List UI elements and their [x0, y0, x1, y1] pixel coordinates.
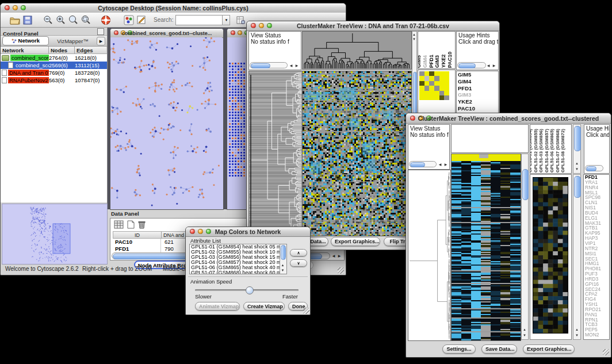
network-view1-canvas[interactable] — [110, 37, 222, 209]
scroll-down-icon[interactable]: ▼ — [574, 332, 580, 338]
column-dendrogram[interactable] — [302, 31, 412, 70]
gene-label[interactable]: GIM3 — [457, 91, 498, 98]
trash-icon[interactable] — [138, 220, 146, 231]
column-dendrogram-panel[interactable] — [451, 124, 529, 153]
scroll-down-icon[interactable]: ▼ — [412, 36, 416, 42]
column-label[interactable]: YKE2 — [441, 54, 446, 68]
move-down-button[interactable]: ∨ — [290, 259, 307, 267]
gene-label[interactable]: PAC10 — [457, 105, 498, 112]
export-graphics-button[interactable]: Export Graphics... — [523, 344, 575, 354]
move-up-button[interactable]: ∧ — [290, 249, 307, 256]
attribute-item[interactable]: GPL51-07 (GSM868) heat shock 60 min — [190, 270, 286, 274]
map-colors-title-bar[interactable]: Map Colors to Network — [186, 227, 310, 237]
matrix-cell — [419, 95, 424, 100]
animation-speed-slider[interactable] — [195, 289, 299, 291]
network-tree-row[interactable]: RNAPuberNov2+ 563(0) 107847(0) — [1, 76, 107, 84]
help-lifering-icon[interactable] — [100, 14, 112, 26]
column-label[interactable]: PFD1 — [429, 55, 434, 68]
minimize-icon[interactable] — [238, 30, 242, 35]
column-label[interactable]: GIM4 — [422, 55, 428, 68]
column-labels-vscrollbar[interactable]: ▲ ▼ — [573, 124, 581, 174]
similarity-matrix[interactable] — [419, 71, 449, 100]
scroll-up-icon[interactable]: ▲ — [574, 160, 580, 166]
animate-vizmap-button[interactable]: Animate Vizmap — [195, 302, 240, 311]
gene-label[interactable]: GIM5 — [457, 71, 498, 78]
close-icon[interactable] — [231, 30, 235, 35]
matrix-cell — [429, 81, 434, 86]
scroll-left-icon[interactable]: ◀ — [437, 162, 443, 167]
search-dropdown-icon[interactable]: ▾ — [223, 15, 230, 25]
column-label[interactable]: GPL51-04 (GSM857) — [544, 129, 549, 173]
save-data-button[interactable]: Save Data... — [481, 344, 517, 354]
network-tree-row[interactable]: combined_sco 2569(6) 13112(15) — [1, 62, 107, 69]
heatmap-canvas[interactable] — [302, 71, 412, 236]
gene-label[interactable]: MON2 — [584, 332, 609, 338]
network-view-window-1: combined_scores_good.txt--cluste... — [110, 28, 224, 210]
row-dendrogram[interactable] — [408, 170, 451, 341]
row-dendrogram[interactable] — [248, 71, 303, 236]
float-panel-icon[interactable] — [97, 28, 104, 35]
zoom-out-icon[interactable] — [42, 14, 55, 26]
zoom-fit-icon[interactable] — [80, 14, 93, 26]
main-title-bar[interactable]: Cytoscape Desktop (Session Name: collins… — [1, 3, 346, 13]
view-status-hscrollbar[interactable] — [409, 161, 437, 167]
network-tree-row[interactable]: DNA and Tran 07 769(0) 183728(0) — [1, 69, 107, 76]
treeview-dna-title-bar[interactable]: ClusterMaker TreeView : DNA and Tran 07-… — [247, 21, 499, 31]
scroll-right-icon[interactable]: ▶ — [336, 253, 342, 259]
column-label[interactable]: GPL51-03 (GSM856) — [538, 129, 544, 173]
scroll-right-icon[interactable]: ▶ — [491, 63, 497, 68]
scroll-right-icon[interactable]: ▶ — [443, 162, 449, 167]
zoom-in-icon[interactable] — [55, 14, 67, 26]
tabs-more-icon[interactable]: ▶ — [97, 37, 105, 45]
gene-label[interactable]: YKE2 — [457, 98, 498, 105]
network-tree-row[interactable]: combined_scores 2764(0) 16218(0) — [1, 54, 107, 62]
export-graphics-button[interactable]: Export Graphics... — [331, 237, 380, 246]
resize-grip[interactable] — [603, 349, 609, 355]
zoom-heatmap-vscrollbar[interactable]: ▲ ▼ — [573, 174, 581, 340]
heatmap-vscrollbar[interactable]: ▲ ▼ — [521, 154, 529, 340]
scroll-up-icon[interactable]: ▲ — [574, 327, 580, 332]
column-label[interactable]: GIM5 — [418, 55, 422, 68]
column-label[interactable]: GIM3 — [434, 55, 440, 68]
treeview-combined-title-bar[interactable]: ClusterMaker TreeView : combined_scores_… — [406, 113, 611, 124]
scroll-right-icon[interactable]: ▶ — [294, 63, 300, 68]
tab-network[interactable]: Network — [2, 36, 49, 45]
attribute-list-vscrollbar[interactable]: ▲ ▼ — [280, 244, 286, 274]
new-page-icon[interactable] — [127, 220, 135, 231]
gene-label[interactable]: GIM4 — [457, 78, 498, 85]
scroll-left-icon[interactable]: ◀ — [485, 63, 491, 68]
scroll-left-icon[interactable]: ◀ — [288, 63, 294, 68]
open-folder-icon[interactable] — [9, 14, 21, 26]
usage-hints-hscrollbar[interactable] — [457, 62, 486, 68]
heatmap-canvas[interactable] — [451, 154, 521, 341]
column-label[interactable]: PAC10 — [447, 52, 453, 68]
scroll-left-icon[interactable]: ◀ — [331, 253, 336, 259]
slider-thumb[interactable] — [246, 286, 254, 294]
scroll-down-icon[interactable]: ▼ — [574, 166, 580, 172]
scroll-down-icon[interactable]: ▼ — [280, 267, 285, 273]
gene-label[interactable]: PFD1 — [457, 85, 498, 92]
resize-grip[interactable] — [303, 308, 309, 314]
network-overview-thumbnail[interactable] — [2, 204, 108, 265]
create-vizmap-button[interactable]: Create Vizmap — [243, 302, 285, 311]
column-label[interactable]: GPL51-07 (GSM868) — [555, 129, 560, 173]
column-label[interactable]: GPL51-02 (GSM855) — [533, 129, 538, 173]
column-label[interactable]: GPL51-01 (GSM854) — [530, 129, 533, 173]
scroll-up-icon[interactable]: ▲ — [522, 327, 527, 332]
zoom-heatmap-canvas[interactable] — [533, 177, 568, 334]
column-label[interactable]: GPL51-08 (GSM872) — [560, 129, 565, 173]
settings-button[interactable]: Settings... — [442, 344, 476, 354]
annotation-icon[interactable] — [135, 14, 148, 26]
zoom-selected-icon[interactable] — [67, 14, 80, 26]
save-icon[interactable] — [21, 14, 34, 26]
column-label[interactable]: GPL51-06 (GSM865) — [549, 129, 554, 173]
search-input[interactable] — [175, 15, 223, 25]
network-view1-title-bar[interactable]: combined_scores_good.txt--cluste... — [110, 29, 223, 38]
resize-grip[interactable] — [338, 267, 344, 274]
usage-hints-hscrollbar[interactable] — [585, 165, 603, 171]
tab-vizmapper[interactable]: VizMapper™ — [50, 38, 95, 44]
scroll-down-icon[interactable]: ▼ — [522, 332, 527, 338]
vizmapper-icon[interactable] — [123, 14, 135, 26]
view-status-hscrollbar[interactable] — [250, 62, 288, 68]
table-icon[interactable] — [114, 220, 124, 231]
